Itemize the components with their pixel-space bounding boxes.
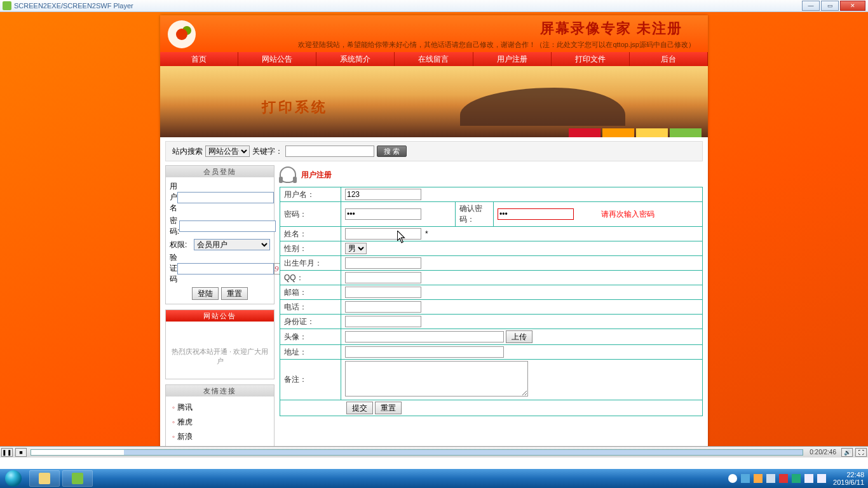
link-item[interactable]: 谷歌 — [170, 444, 270, 446]
start-button[interactable] — [0, 469, 27, 488]
main-nav: 首页 网站公告 系统简介 在线留言 用户注册 打印文件 后台 — [160, 52, 708, 66]
login-role-label: 权限: — [170, 240, 194, 250]
nav-print[interactable]: 打印文件 — [552, 52, 630, 66]
input-birth[interactable] — [345, 257, 421, 269]
window-title: SCREEN2EXE/SCREEN2SWF Player — [14, 2, 133, 10]
pause-button[interactable]: ❚❚ — [1, 448, 13, 457]
taskbar: 22:48 2019/6/11 — [0, 469, 868, 488]
system-tray: 22:48 2019/6/11 — [726, 471, 868, 486]
tray-icon[interactable] — [817, 474, 826, 483]
select-gender[interactable]: 男 — [345, 243, 367, 254]
label-gender: 性别： — [280, 241, 341, 256]
input-qq[interactable] — [345, 272, 421, 283]
label-name: 姓名： — [280, 227, 341, 241]
stop-button[interactable]: ■ — [15, 448, 27, 457]
keyword-label: 关键字： — [252, 146, 283, 157]
nav-admin[interactable]: 后台 — [630, 52, 708, 66]
tray-icon[interactable] — [754, 474, 763, 483]
input-password2[interactable] — [498, 208, 574, 220]
link-item[interactable]: 雅虎 — [170, 415, 270, 430]
webpage: 屏幕录像专家 未注册 欢迎登陆我站，希望能给你带来好心情，其他话语请您自己修改，… — [160, 15, 708, 446]
time-indicator: 0:20/2:46 — [806, 449, 840, 456]
banner: 打印系统 — [160, 66, 708, 137]
label-avatar: 头像： — [280, 329, 341, 345]
login-user-input[interactable] — [177, 192, 274, 203]
label-remark: 备注： — [280, 360, 341, 400]
nav-home[interactable]: 首页 — [160, 52, 238, 66]
input-phone[interactable] — [345, 301, 421, 313]
logo — [168, 20, 196, 48]
notice-text: 热烈庆祝本站开通 · 欢迎广大用户 — [166, 322, 274, 379]
banner-text: 打印系统 — [262, 98, 328, 117]
login-pass-input[interactable] — [179, 220, 276, 232]
task-player[interactable] — [62, 470, 93, 487]
label-qq: QQ： — [280, 271, 341, 285]
link-item[interactable]: 新浪 — [170, 430, 270, 444]
clock-date: 2019/6/11 — [833, 478, 864, 486]
search-bar: 站内搜索 网站公告 关键字： 搜 索 — [165, 141, 703, 161]
login-button[interactable]: 登陆 — [192, 287, 219, 300]
search-input[interactable] — [285, 146, 374, 157]
input-idcard[interactable] — [345, 316, 421, 327]
clock-time: 22:48 — [833, 471, 864, 478]
app-icon — [3, 1, 11, 10]
label-email: 邮箱： — [280, 285, 341, 300]
login-captcha-input[interactable] — [177, 263, 274, 274]
nav-register[interactable]: 用户注册 — [473, 52, 552, 66]
nav-notice[interactable]: 网站公告 — [238, 52, 316, 66]
label-idcard: 身份证： — [280, 315, 341, 329]
register-form: 用户名： 密码： 确认密码： 请再次输入密码 姓名： * 性别： — [280, 187, 703, 416]
nav-guestbook[interactable]: 在线留言 — [395, 52, 473, 66]
nav-intro[interactable]: 系统简介 — [316, 52, 395, 66]
minimize-button[interactable]: — — [802, 1, 820, 11]
headset-icon — [280, 166, 296, 183]
login-panel: 会员登陆 用户名 密码: 权限:会员用户 验证码9934 登陆 重置 — [165, 165, 275, 304]
input-address[interactable] — [345, 346, 504, 358]
search-category[interactable]: 网站公告 — [205, 146, 250, 157]
required-star: * — [425, 229, 428, 238]
notice-panel: 网站公告 热烈庆祝本站开通 · 欢迎广大用户 — [165, 309, 275, 379]
label-address: 地址： — [280, 345, 341, 360]
register-heading: 用户注册 — [301, 170, 332, 180]
link-item[interactable]: 腾讯 — [170, 400, 270, 415]
notice-panel-title: 网站公告 — [166, 310, 274, 322]
input-remark[interactable] — [345, 361, 528, 396]
close-button[interactable]: ✕ — [840, 1, 865, 11]
clock[interactable]: 22:48 2019/6/11 — [828, 471, 864, 486]
submit-button[interactable]: 提交 — [346, 402, 373, 414]
color-blocks — [567, 128, 702, 137]
tray-icon[interactable] — [804, 474, 813, 483]
tray-icon[interactable] — [792, 474, 801, 483]
task-explorer[interactable] — [29, 470, 60, 487]
maximize-button[interactable]: ▭ — [821, 1, 839, 11]
volume-button[interactable]: 🔊 — [841, 448, 853, 457]
input-username[interactable] — [345, 189, 421, 200]
label-password: 密码： — [280, 202, 341, 227]
page-subtitle: 欢迎登陆我站，希望能给你带来好心情，其他话语请您自己修改，谢谢合作！（注：此处文… — [298, 40, 695, 50]
input-email[interactable] — [345, 287, 421, 298]
tray-icon[interactable] — [741, 474, 750, 483]
search-label: 站内搜索 — [172, 146, 203, 157]
input-password[interactable] — [345, 208, 421, 220]
label-password2: 确认密码： — [456, 202, 494, 227]
input-avatar[interactable] — [345, 331, 504, 342]
tray-icon[interactable] — [766, 474, 775, 483]
login-user-label: 用户名 — [170, 181, 177, 214]
input-name[interactable] — [345, 228, 421, 240]
tray-icon[interactable] — [728, 474, 737, 483]
progress-bar[interactable] — [31, 449, 803, 456]
login-panel-title: 会员登陆 — [166, 166, 274, 177]
login-role-select[interactable]: 会员用户 — [194, 239, 270, 250]
titlebar: SCREEN2EXE/SCREEN2SWF Player — ▭ ✕ — [0, 0, 868, 12]
upload-button[interactable]: 上传 — [506, 330, 532, 343]
login-reset-button[interactable]: 重置 — [221, 287, 248, 300]
fullscreen-button[interactable]: ⛶ — [855, 448, 867, 457]
links-panel: 友情连接 腾讯 雅虎 新浪 谷歌 百度 — [165, 384, 275, 446]
page-header: 屏幕录像专家 未注册 欢迎登陆我站，希望能给你带来好心情，其他话语请您自己修改，… — [160, 15, 708, 52]
player-controls: ❚❚ ■ 0:20/2:46 🔊 ⛶ — [0, 446, 868, 458]
links-panel-title: 友情连接 — [166, 385, 274, 396]
label-birth: 出生年月： — [280, 256, 341, 271]
tray-icon[interactable] — [779, 474, 788, 483]
reset-button[interactable]: 重置 — [375, 402, 402, 414]
search-button[interactable]: 搜 索 — [377, 146, 407, 157]
